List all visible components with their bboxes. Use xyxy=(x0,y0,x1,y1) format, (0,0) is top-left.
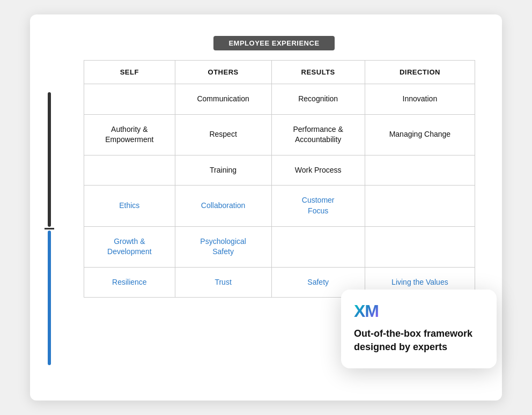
framework-table: SELF OTHERS RESULTS DIRECTION Communicat… xyxy=(84,60,475,298)
table-cell: Growth &Development xyxy=(84,226,175,267)
table-cell xyxy=(84,84,175,115)
header-direction: DIRECTION xyxy=(365,61,475,84)
axis-divider xyxy=(45,228,54,229)
header-self: SELF xyxy=(84,61,175,84)
table-cell: PsychologicalSafety xyxy=(175,226,271,267)
table-header-row: SELF OTHERS RESULTS DIRECTION xyxy=(84,61,475,84)
table-cell: Innovation xyxy=(365,84,475,115)
xm-logo-text: XM xyxy=(354,302,379,320)
title-bar: EMPLOYEE EXPERIENCE xyxy=(73,36,475,50)
table-cell: Trust xyxy=(175,267,271,298)
popup-description: Out-of-the-box framework designed by exp… xyxy=(354,327,484,353)
table-cell xyxy=(365,226,475,267)
table-row: Growth &DevelopmentPsychologicalSafety xyxy=(84,226,475,267)
table-cell: Managing Change xyxy=(365,114,475,155)
page-wrapper: EMPLOYEE EXPERIENCE SELF OTHERS RESULTS … xyxy=(30,14,502,401)
table-cell: Respect xyxy=(175,114,271,155)
table-cell xyxy=(84,155,175,186)
left-axis xyxy=(40,92,59,373)
table-cell: Ethics xyxy=(84,186,175,226)
table-cell: Resilience xyxy=(84,267,175,298)
table-cell: Training xyxy=(175,155,271,186)
header-results: RESULTS xyxy=(271,61,365,84)
table-cell: Performance &Accountability xyxy=(271,114,365,155)
table-row: CommunicationRecognitionInnovation xyxy=(84,84,475,115)
table-cell: Recognition xyxy=(271,84,365,115)
title-bar-label: EMPLOYEE EXPERIENCE xyxy=(213,36,334,50)
table-cell xyxy=(365,186,475,226)
table-cell: CustomerFocus xyxy=(271,186,365,226)
header-others: OTHERS xyxy=(175,61,271,84)
left-bar-bottom xyxy=(48,231,51,365)
table-cell xyxy=(271,226,365,267)
table-row: EthicsCollaborationCustomerFocus xyxy=(84,186,475,226)
table-row: TrainingWork Process xyxy=(84,155,475,186)
table-cell: Authority &Empowerment xyxy=(84,114,175,155)
table-cell xyxy=(365,155,475,186)
popup-card: XM Out-of-the-box framework designed by … xyxy=(341,290,497,368)
table-cell: Collaboration xyxy=(175,186,271,226)
table-container: SELF OTHERS RESULTS DIRECTION Communicat… xyxy=(84,60,475,298)
table-cell: Communication xyxy=(175,84,271,115)
left-bar-top xyxy=(48,92,51,227)
xm-logo: XM xyxy=(354,302,484,320)
table-cell: Work Process xyxy=(271,155,365,186)
table-row: Authority &EmpowermentRespectPerformance… xyxy=(84,114,475,155)
